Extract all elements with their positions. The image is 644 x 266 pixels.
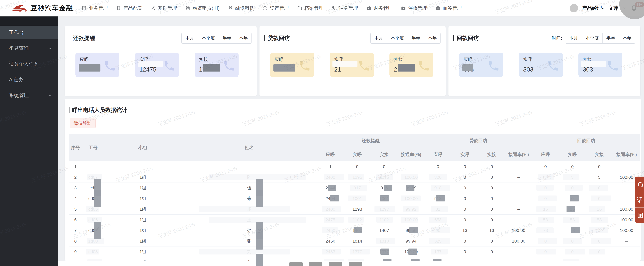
nav-item-9[interactable]: 财务管理 — [366, 5, 393, 12]
row-index-cell: 7 — [69, 225, 82, 236]
table-cell: 100.00 — [505, 236, 532, 246]
sidebar-item-1[interactable]: 工作台 — [0, 26, 58, 39]
journal-icon — [82, 6, 87, 11]
table-cell: 553 — [424, 215, 452, 225]
cell-redaction-blob — [322, 249, 340, 254]
sidebar-item-3[interactable]: 话务个人任务 — [0, 57, 58, 71]
cell-redaction-blob — [350, 249, 370, 254]
table-cell: 1297 — [371, 204, 398, 215]
table-cell — [182, 161, 317, 172]
period-tab-4[interactable]: 本年 — [619, 33, 635, 43]
nav-item-label: 业务管理 — [89, 5, 108, 12]
nav-item-7[interactable]: 档案管理 — [297, 5, 324, 12]
nav-item-5[interactable]: 融资租赁 — [228, 5, 254, 12]
table-cell: 100.00 — [398, 246, 424, 257]
period-tab-1[interactable]: 本月 — [565, 33, 582, 43]
period-tab-4[interactable]: 本年 — [235, 33, 252, 43]
nav-item-label: 面签管理 — [443, 5, 462, 12]
period-tab-3[interactable]: 半年 — [602, 33, 619, 43]
main-area: 还款提醒本月本季度半年本年应呼实呼12475实接12474贷款回访本月本季度半年… — [58, 16, 644, 266]
period-tab-4[interactable]: 本年 — [424, 33, 440, 43]
row-index-cell: 9 — [69, 246, 82, 257]
pagination — [289, 262, 362, 266]
table-cell: 73 — [586, 225, 613, 236]
table-cell: – — [505, 193, 532, 204]
row-index-cell: 1 — [69, 161, 82, 172]
float-action-1[interactable] — [635, 177, 644, 192]
cell-redaction-blob — [429, 238, 450, 244]
stat-tile: 实接303 — [578, 53, 622, 77]
stat-label: 应呼 — [274, 57, 284, 62]
sidebar-item-2[interactable]: 坐席查询 — [0, 41, 58, 55]
period-tab-2[interactable]: 本季度 — [387, 33, 408, 43]
cell-redaction-blob — [566, 206, 575, 212]
pagination-block-1[interactable] — [289, 262, 303, 266]
corner-redaction-blob — [619, 0, 644, 19]
row-index-cell: 4 — [69, 193, 82, 204]
nav-item-8[interactable]: 话务管理 — [332, 5, 358, 12]
table-cell: 3 — [532, 172, 559, 183]
table-cell: 31 — [424, 204, 452, 215]
pagination-block-3[interactable] — [329, 262, 342, 266]
table-row: 2cd071组陈240012961295100.0032000–333100.0… — [69, 172, 640, 183]
cell-redaction-blob — [348, 196, 366, 201]
table-cell: – — [505, 215, 532, 225]
table-cell: 16 — [586, 204, 613, 215]
table-cell: 0 — [532, 193, 559, 204]
cell-redaction-blob — [376, 217, 393, 223]
nav-item-3[interactable]: 基础管理 — [150, 5, 177, 12]
period-tab-2[interactable]: 本季度 — [582, 33, 602, 43]
sidebar-item-4[interactable]: AI任务 — [0, 73, 58, 86]
stat-card-1: 还款提醒本月本季度半年本年应呼实呼12475实接12474 — [65, 26, 256, 96]
nav-item-label: 档案管理 — [304, 5, 324, 12]
nav-item-1[interactable]: 业务管理 — [82, 5, 108, 12]
pagination-block-2[interactable] — [309, 262, 322, 266]
pagination-block-4[interactable] — [348, 262, 362, 266]
table-cell: – — [505, 204, 532, 215]
table-cell: 0 — [586, 246, 613, 257]
phone-icon — [332, 6, 337, 11]
period-tab-2[interactable]: 本季度 — [198, 33, 219, 43]
table-cell: 0 — [452, 246, 478, 257]
float-action-2[interactable]: 话 — [635, 192, 644, 207]
cell-redaction-blob — [86, 249, 99, 254]
stat-tile: 实呼12475 — [135, 53, 179, 77]
table-cell: 1102 — [344, 215, 371, 225]
nav-item-2[interactable]: 产品配置 — [116, 5, 142, 12]
sidebar: 工作台坐席查询话务个人任务AI任务系统管理 — [0, 16, 58, 266]
cell-redaction-blob — [563, 174, 580, 180]
period-tab-3[interactable]: 半年 — [408, 33, 424, 43]
period-tab-1[interactable]: 本月 — [182, 33, 198, 43]
nav-item-11[interactable]: 面签管理 — [436, 5, 462, 12]
sidebar-item-5[interactable]: 系统管理 — [0, 89, 58, 102]
export-data-button[interactable]: 数据导出 — [70, 118, 96, 128]
period-tab-3[interactable]: 半年 — [219, 33, 235, 43]
table-row: 5cd051组杨24001298129799.923100–161616100.… — [69, 204, 640, 215]
float-action-3[interactable] — [635, 207, 644, 223]
section-title-bar — [69, 107, 70, 113]
table-cell: 0 — [371, 161, 398, 172]
sub-column-header: 实接 — [478, 148, 505, 162]
table-cell: 73 — [532, 225, 559, 236]
avatar[interactable] — [570, 4, 578, 12]
nav-item-10[interactable]: 催收管理 — [401, 5, 427, 12]
table-cell: 张 — [182, 236, 317, 246]
table-cell: 1组 — [104, 246, 182, 257]
stat-cards-row: 还款提醒本月本季度半年本年应呼实呼12475实接12474贷款回访本月本季度半年… — [65, 26, 641, 96]
phone-handset-icon — [547, 60, 559, 72]
card-title-bar — [454, 35, 454, 41]
cell-redaction-blob — [591, 217, 608, 223]
nav-item-4[interactable]: 融资租赁(旧) — [185, 5, 220, 12]
table-cell: 320 — [424, 172, 452, 183]
user-name[interactable]: 产品经理-王文萍 — [582, 5, 618, 12]
phone-handset-icon — [417, 60, 430, 72]
sub-column-header: 接通率(%) — [398, 148, 424, 162]
card-title: 贷款回访 — [268, 34, 290, 42]
redaction-blob — [138, 61, 163, 67]
nav-item-label: 基础管理 — [158, 5, 177, 12]
nav-item-6[interactable]: 资产管理 — [262, 5, 289, 12]
period-tab-1[interactable]: 本月 — [370, 33, 387, 43]
table-cell: 99.50 — [398, 225, 424, 236]
cell-redaction-blob — [406, 185, 414, 191]
table-cell: 2404 — [317, 193, 344, 204]
